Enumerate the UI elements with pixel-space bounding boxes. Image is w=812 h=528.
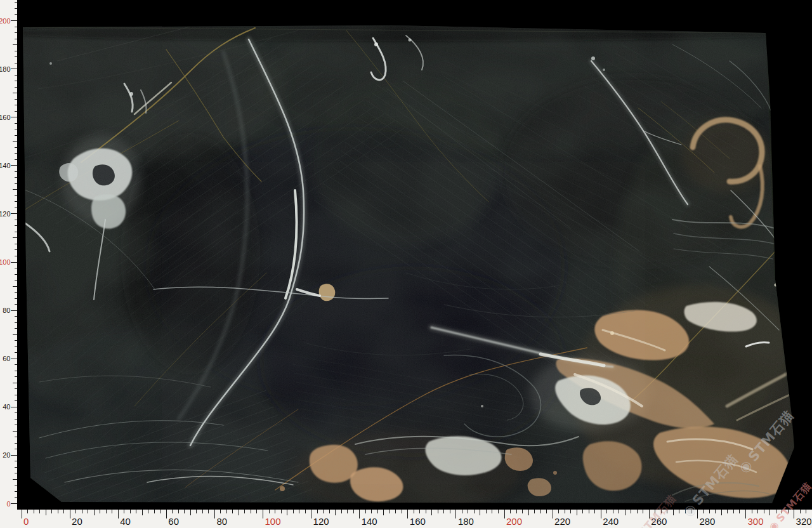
vertical-ruler-label: 20 [3, 451, 10, 459]
vertical-ruler-label: 200 [0, 17, 11, 25]
horizontal-ruler-label: 320 [796, 516, 812, 527]
horizontal-ruler-label: 240 [603, 516, 619, 527]
horizontal-ruler-label: 20 [72, 516, 82, 527]
horizontal-ruler-label: 200 [506, 516, 522, 527]
vertical-ruler: 200180160140120100806040200 [0, 0, 19, 528]
slab-scan-viewer: 200180160140120100806040200 020406080100… [0, 0, 812, 528]
horizontal-ruler-label: 100 [265, 516, 281, 527]
vertical-ruler-label: 0 [6, 500, 10, 508]
horizontal-ruler-label: 0 [23, 516, 29, 527]
horizontal-ruler-label: 180 [458, 516, 474, 527]
horizontal-ruler: 0204060801001201401601802002202402602803… [0, 510, 812, 528]
horizontal-ruler-label: 60 [168, 516, 179, 527]
horizontal-ruler-label: 40 [120, 516, 131, 527]
horizontal-ruler-label: 280 [699, 516, 715, 527]
vertical-ruler-label: 60 [3, 355, 10, 362]
horizontal-ruler-label: 120 [313, 516, 329, 527]
vertical-ruler-label: 160 [0, 114, 11, 121]
vertical-ruler-label: 80 [3, 307, 10, 314]
vertical-ruler-label: 140 [0, 162, 11, 169]
horizontal-ruler-label: 80 [216, 516, 227, 527]
horizontal-ruler-label: 220 [554, 516, 570, 527]
horizontal-ruler-label: 140 [362, 516, 377, 527]
vertical-ruler-label: 100 [0, 258, 11, 266]
horizontal-ruler-label: 300 [748, 516, 764, 527]
vertical-ruler-label: 120 [0, 210, 11, 218]
horizontal-ruler-label: 160 [410, 516, 426, 527]
vertical-ruler-label: 40 [3, 403, 10, 411]
vertical-ruler-label: 180 [0, 65, 11, 73]
marble-slab-image [0, 0, 812, 528]
horizontal-ruler-label: 260 [651, 516, 667, 527]
